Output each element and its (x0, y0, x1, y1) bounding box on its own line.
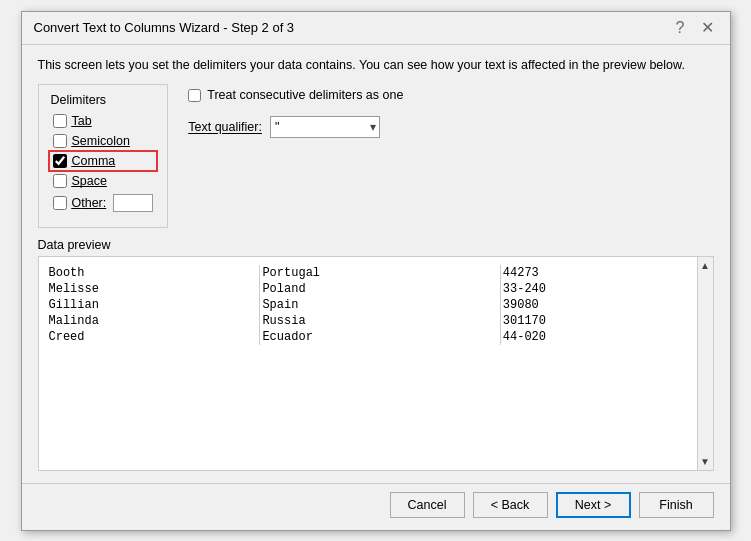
table-row: MalindaRussia301170 (47, 313, 689, 329)
preview-table: BoothPortugal44273MelissePoland33-240Gil… (47, 265, 689, 345)
finish-button[interactable]: Finish (639, 492, 714, 518)
qualifier-row: Text qualifier: " ' {none} (188, 116, 403, 138)
table-row: CreedEcuador44-020 (47, 329, 689, 345)
back-button[interactable]: < Back (473, 492, 548, 518)
space-label[interactable]: Space (72, 174, 107, 188)
table-row: MelissePoland33-240 (47, 281, 689, 297)
table-cell: Portugal (260, 265, 500, 281)
comma-row: Comma (51, 153, 156, 169)
horizontal-scrollbar[interactable]: ◄ ► (39, 470, 713, 471)
semicolon-label[interactable]: Semicolon (72, 134, 130, 148)
dialog-footer: Cancel < Back Next > Finish (22, 483, 730, 530)
qualifier-select[interactable]: " ' {none} (270, 116, 380, 138)
consecutive-label[interactable]: Treat consecutive delimiters as one (207, 88, 403, 102)
comma-label[interactable]: Comma (72, 154, 116, 168)
title-bar: Convert Text to Columns Wizard - Step 2 … (22, 12, 730, 45)
scroll-down-arrow[interactable]: ▼ (700, 453, 710, 470)
main-content: Delimiters Tab Semicolon Comma Space (38, 84, 714, 228)
delimiters-label: Delimiters (51, 93, 156, 107)
space-checkbox[interactable] (53, 174, 67, 188)
semicolon-checkbox[interactable] (53, 134, 67, 148)
tab-label[interactable]: Tab (72, 114, 92, 128)
table-cell: Poland (260, 281, 500, 297)
close-button[interactable]: ✕ (697, 20, 718, 36)
other-input[interactable] (113, 194, 153, 212)
table-cell: Melisse (47, 281, 260, 297)
table-cell: Booth (47, 265, 260, 281)
title-bar-controls: ? ✕ (672, 20, 718, 36)
table-cell: 44-020 (500, 329, 688, 345)
table-row: BoothPortugal44273 (47, 265, 689, 281)
tab-row: Tab (51, 113, 156, 129)
table-cell: Gillian (47, 297, 260, 313)
qualifier-select-wrapper: " ' {none} (270, 116, 380, 138)
table-row: GillianSpain39080 (47, 297, 689, 313)
table-cell: 301170 (500, 313, 688, 329)
preview-label: Data preview (38, 238, 714, 252)
next-button[interactable]: Next > (556, 492, 631, 518)
description-text: This screen lets you set the delimiters … (38, 57, 714, 75)
table-cell: Spain (260, 297, 500, 313)
other-label[interactable]: Other: (72, 196, 107, 210)
data-preview-section: Data preview BoothPortugal44273MelissePo… (38, 238, 714, 471)
dialog-body: This screen lets you set the delimiters … (22, 45, 730, 483)
table-cell: Creed (47, 329, 260, 345)
other-row: Other: (51, 193, 156, 213)
table-cell: Malinda (47, 313, 260, 329)
table-cell: 33-240 (500, 281, 688, 297)
table-cell: 39080 (500, 297, 688, 313)
table-cell: Russia (260, 313, 500, 329)
other-checkbox[interactable] (53, 196, 67, 210)
space-row: Space (51, 173, 156, 189)
preview-inner: BoothPortugal44273MelissePoland33-240Gil… (39, 257, 713, 470)
help-button[interactable]: ? (672, 20, 689, 36)
dialog-title: Convert Text to Columns Wizard - Step 2 … (34, 20, 295, 35)
vertical-scrollbar[interactable]: ▲ ▼ (697, 257, 713, 470)
right-options: Treat consecutive delimiters as one Text… (188, 84, 403, 228)
preview-content[interactable]: BoothPortugal44273MelissePoland33-240Gil… (39, 257, 697, 470)
dialog: Convert Text to Columns Wizard - Step 2 … (21, 11, 731, 531)
consecutive-row: Treat consecutive delimiters as one (188, 88, 403, 102)
consecutive-checkbox[interactable] (188, 89, 201, 102)
delimiters-group: Delimiters Tab Semicolon Comma Space (38, 84, 169, 228)
comma-checkbox[interactable] (53, 154, 67, 168)
qualifier-label: Text qualifier: (188, 120, 262, 134)
cancel-button[interactable]: Cancel (390, 492, 465, 518)
tab-checkbox[interactable] (53, 114, 67, 128)
preview-box: BoothPortugal44273MelissePoland33-240Gil… (38, 256, 714, 471)
table-cell: 44273 (500, 265, 688, 281)
semicolon-row: Semicolon (51, 133, 156, 149)
table-cell: Ecuador (260, 329, 500, 345)
scroll-up-arrow[interactable]: ▲ (700, 257, 710, 274)
